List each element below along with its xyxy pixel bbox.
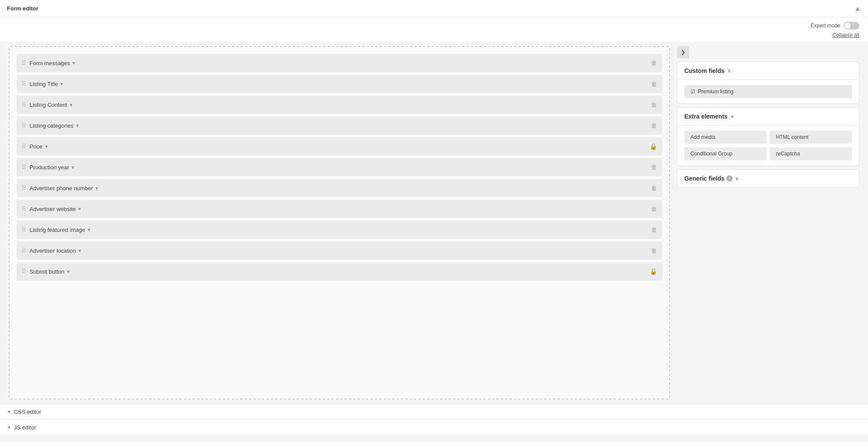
extra-elements-title: Extra elements (684, 113, 728, 120)
form-row-advertiser-website[interactable]: ⠿Advertiser website▼🗑 (17, 200, 662, 218)
form-area: ⠿Form messages▼🗑⠿Listing Title▼🗑⠿Listing… (9, 46, 670, 399)
expert-mode-label: Expert mode (811, 23, 840, 29)
row-caret-icon: ▼ (77, 207, 82, 211)
delete-row-icon-advertiser-phone[interactable]: 🗑 (651, 185, 657, 191)
generic-fields-help-icon[interactable]: ? (726, 175, 733, 181)
form-row-label-listing-title: Listing Title▼ (30, 81, 651, 87)
row-caret-icon: ▼ (66, 269, 70, 274)
form-row-label-advertiser-location: Advertiser location▼ (30, 247, 651, 254)
form-row-label-submit-button: Submit button▼ (30, 268, 650, 275)
form-row-label-advertiser-website: Advertiser website▼ (30, 206, 651, 212)
drag-handle-icon: ⠿ (22, 205, 26, 212)
form-row-production-year[interactable]: ⠿Production year▼🗑 (17, 158, 662, 176)
extra-elements-header[interactable]: Extra elements ∧ (677, 108, 859, 125)
row-caret-icon: ▼ (59, 82, 64, 86)
editor-row-js-editor[interactable]: ▼JS editor (0, 420, 868, 435)
drag-handle-icon: ⠿ (22, 80, 26, 87)
right-panel: ❯ Custom fields ∧ ☑ Premium listing Extr… (677, 46, 859, 399)
row-caret-icon: ▼ (44, 144, 49, 149)
arrow-icon: ❯ (681, 49, 685, 55)
generic-fields-collapse-icon: ∨ (735, 176, 739, 181)
form-row-form-messages[interactable]: ⠿Form messages▼🗑 (17, 54, 662, 72)
page-title: Form editor (7, 5, 38, 12)
custom-fields-title: Custom fields (684, 67, 725, 74)
add-media-button[interactable]: Add media (684, 131, 766, 144)
row-caret-icon: ▼ (95, 186, 99, 191)
form-row-label-form-messages: Form messages▼ (30, 60, 651, 66)
form-row-advertiser-location[interactable]: ⠿Advertiser location▼🗑 (17, 241, 662, 260)
expert-mode-toggle[interactable] (844, 22, 859, 30)
delete-row-icon-listing-content[interactable]: 🗑 (651, 101, 657, 108)
drag-handle-icon: ⠿ (22, 164, 26, 171)
form-row-price[interactable]: ⠿Price▼🔒 (17, 137, 662, 155)
form-row-label-listing-categories: Listing categories▼ (30, 122, 651, 129)
lock-row-icon-price[interactable]: 🔒 (650, 143, 657, 150)
editor-caret-icon-css-editor: ▼ (7, 409, 11, 414)
collapse-all-link[interactable]: Collapse all (832, 32, 859, 38)
generic-fields-section[interactable]: Generic fields ? ∨ (677, 169, 859, 188)
drag-handle-icon: ⠿ (22, 268, 26, 275)
close-icon[interactable]: ▲ (854, 5, 861, 13)
top-bar: Form editor ▲ (0, 0, 868, 17)
drag-handle-icon: ⠿ (22, 226, 26, 233)
bottom-editors: ▼CSS editor▼JS editor (0, 404, 868, 435)
recaptcha-button[interactable]: reCaptcha (770, 147, 852, 160)
delete-row-icon-form-messages[interactable]: 🗑 (651, 59, 657, 66)
form-row-label-production-year: Production year▼ (30, 164, 651, 171)
form-row-advertiser-phone[interactable]: ⠿Advertiser phone number▼🗑 (17, 179, 662, 197)
form-row-listing-featured-image[interactable]: ⠿Listing featured image▼🗑 (17, 221, 662, 239)
editor-label-css-editor: CSS editor (14, 409, 41, 415)
main-layout: ⠿Form messages▼🗑⠿Listing Title▼🗑⠿Listing… (0, 42, 868, 404)
conditional-group-button[interactable]: Conditional Group (684, 147, 766, 160)
row-caret-icon: ▼ (72, 61, 76, 66)
premium-listing-button[interactable]: ☑ Premium listing (684, 85, 852, 98)
form-row-listing-title[interactable]: ⠿Listing Title▼🗑 (17, 75, 662, 93)
recaptcha-label: reCaptcha (776, 151, 800, 157)
premium-listing-label: Premium listing (698, 89, 733, 95)
row-caret-icon: ▼ (75, 123, 79, 128)
form-row-label-listing-content: Listing Content▼ (30, 102, 651, 108)
delete-row-icon-advertiser-location[interactable]: 🗑 (651, 247, 657, 254)
row-caret-icon: ▼ (69, 102, 73, 107)
premium-check-icon: ☑ (690, 89, 695, 95)
extra-elements-collapse-icon: ∧ (730, 114, 734, 119)
add-media-label: Add media (690, 134, 715, 140)
editor-caret-icon-js-editor: ▼ (7, 425, 11, 430)
collapse-panel-button[interactable]: ❯ (677, 46, 689, 58)
generic-fields-title: Generic fields (684, 175, 725, 182)
lock-row-icon-submit-button[interactable]: 🔒 (650, 268, 657, 275)
custom-fields-header[interactable]: Custom fields ∧ (677, 62, 859, 80)
extra-elements-section: Extra elements ∧ Add media HTML content … (677, 107, 859, 166)
delete-row-icon-listing-featured-image[interactable]: 🗑 (651, 226, 657, 233)
expert-mode-row: Expert mode (0, 17, 868, 30)
extra-elements-row-1: Add media HTML content (684, 131, 852, 144)
editor-row-css-editor[interactable]: ▼CSS editor (0, 404, 868, 420)
form-row-label-listing-featured-image: Listing featured image▼ (30, 227, 651, 233)
delete-row-icon-listing-categories[interactable]: 🗑 (651, 122, 657, 129)
extra-elements-body: Add media HTML content Conditional Group… (677, 125, 859, 165)
row-caret-icon: ▼ (78, 248, 82, 253)
drag-handle-icon: ⠿ (22, 122, 26, 129)
form-row-listing-categories[interactable]: ⠿Listing categories▼🗑 (17, 116, 662, 135)
custom-fields-body: ☑ Premium listing (677, 80, 859, 103)
drag-handle-icon: ⠿ (22, 143, 26, 150)
form-row-label-price: Price▼ (30, 143, 650, 150)
form-row-listing-content[interactable]: ⠿Listing Content▼🗑 (17, 96, 662, 114)
delete-row-icon-listing-title[interactable]: 🗑 (651, 80, 657, 87)
form-row-label-advertiser-phone: Advertiser phone number▼ (30, 185, 651, 191)
delete-row-icon-production-year[interactable]: 🗑 (651, 164, 657, 171)
conditional-group-label: Conditional Group (690, 151, 733, 157)
delete-row-icon-advertiser-website[interactable]: 🗑 (651, 205, 657, 212)
collapse-all-row: Collapse all (0, 30, 868, 42)
drag-handle-icon: ⠿ (22, 59, 26, 66)
extra-elements-row-2: Conditional Group reCaptcha (684, 147, 852, 160)
drag-handle-icon: ⠿ (22, 185, 26, 191)
drag-handle-icon: ⠿ (22, 101, 26, 108)
row-caret-icon: ▼ (71, 165, 75, 170)
form-row-submit-button[interactable]: ⠿Submit button▼🔒 (17, 262, 662, 280)
custom-fields-section: Custom fields ∧ ☑ Premium listing (677, 62, 859, 104)
row-caret-icon: ▼ (87, 228, 91, 232)
html-content-label: HTML content (776, 134, 809, 140)
html-content-button[interactable]: HTML content (770, 131, 852, 144)
custom-fields-collapse-icon: ∧ (727, 68, 731, 74)
